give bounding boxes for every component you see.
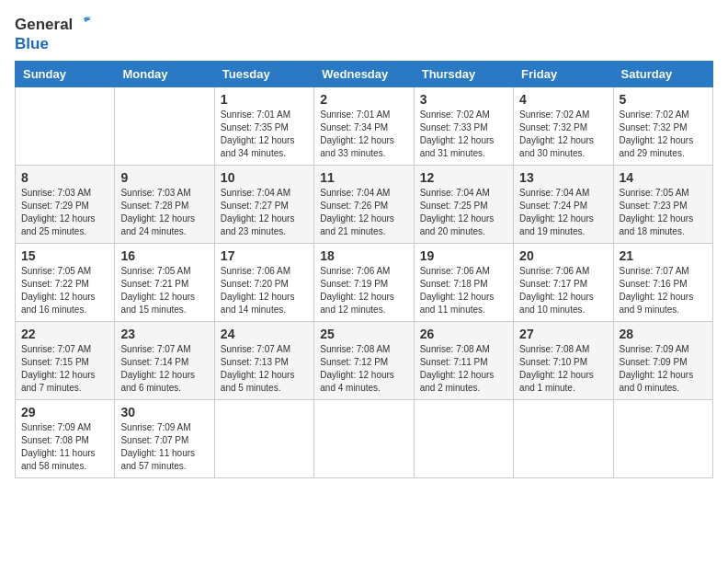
calendar-week-3: 15 Sunrise: 7:05 AMSunset: 7:22 PMDaylig…: [16, 244, 713, 322]
day-number: 25: [320, 327, 407, 341]
page-header: General Blue: [15, 15, 713, 53]
day-info: Sunrise: 7:04 AMSunset: 7:26 PMDaylight:…: [320, 187, 407, 238]
day-number: 17: [221, 248, 308, 263]
day-number: 8: [21, 170, 108, 185]
calendar-week-1: 1 Sunrise: 7:01 AMSunset: 7:35 PMDayligh…: [16, 87, 713, 166]
day-info: Sunrise: 7:03 AMSunset: 7:29 PMDaylight:…: [21, 187, 108, 238]
day-cell-21: 21 Sunrise: 7:07 AMSunset: 7:16 PMDaylig…: [613, 244, 712, 322]
day-cell-16: 16 Sunrise: 7:05 AMSunset: 7:21 PMDaylig…: [115, 244, 214, 322]
day-info: Sunrise: 7:06 AMSunset: 7:17 PMDaylight:…: [519, 265, 607, 316]
day-cell-9: 9 Sunrise: 7:03 AMSunset: 7:28 PMDayligh…: [115, 166, 214, 244]
day-number: 10: [221, 170, 308, 185]
day-info: Sunrise: 7:07 AMSunset: 7:14 PMDaylight:…: [120, 343, 208, 395]
day-number: 27: [519, 327, 607, 341]
logo-bird-icon: [74, 15, 93, 35]
day-info: Sunrise: 7:08 AMSunset: 7:12 PMDaylight:…: [320, 343, 407, 395]
day-number: 29: [21, 405, 108, 419]
day-number: 1: [221, 92, 308, 107]
day-info: Sunrise: 7:09 AMSunset: 7:07 PMDaylight:…: [120, 421, 208, 473]
day-cell-15: 15 Sunrise: 7:05 AMSunset: 7:22 PMDaylig…: [16, 244, 115, 322]
calendar-table: SundayMondayTuesdayWednesdayThursdayFrid…: [15, 61, 713, 478]
empty-cell: [414, 400, 513, 478]
day-info: Sunrise: 7:04 AMSunset: 7:27 PMDaylight:…: [221, 187, 308, 238]
empty-cell: [314, 400, 414, 478]
day-number: 20: [519, 248, 607, 263]
day-number: 13: [519, 170, 607, 185]
day-number: 4: [519, 92, 607, 107]
day-number: 14: [620, 170, 707, 185]
day-cell-2: 2 Sunrise: 7:01 AMSunset: 7:34 PMDayligh…: [314, 87, 414, 166]
day-number: 21: [620, 248, 707, 263]
logo: General Blue: [15, 15, 93, 53]
day-number: 2: [320, 92, 407, 107]
day-cell-14: 14 Sunrise: 7:05 AMSunset: 7:23 PMDaylig…: [613, 166, 712, 244]
col-header-thursday: Thursday: [414, 62, 513, 87]
day-cell-8: 8 Sunrise: 7:03 AMSunset: 7:29 PMDayligh…: [16, 166, 115, 244]
day-cell-19: 19 Sunrise: 7:06 AMSunset: 7:18 PMDaylig…: [414, 244, 513, 322]
day-info: Sunrise: 7:08 AMSunset: 7:10 PMDaylight:…: [519, 343, 607, 395]
day-number: 16: [120, 248, 208, 263]
day-info: Sunrise: 7:09 AMSunset: 7:08 PMDaylight:…: [21, 421, 108, 473]
day-number: 11: [320, 170, 407, 185]
day-cell-22: 22 Sunrise: 7:07 AMSunset: 7:15 PMDaylig…: [16, 322, 115, 400]
day-cell-11: 11 Sunrise: 7:04 AMSunset: 7:26 PMDaylig…: [314, 166, 414, 244]
day-cell-5: 5 Sunrise: 7:02 AMSunset: 7:32 PMDayligh…: [613, 87, 712, 166]
day-info: Sunrise: 7:07 AMSunset: 7:16 PMDaylight:…: [620, 265, 707, 316]
calendar-week-2: 8 Sunrise: 7:03 AMSunset: 7:29 PMDayligh…: [16, 166, 713, 244]
day-info: Sunrise: 7:04 AMSunset: 7:24 PMDaylight:…: [519, 187, 607, 238]
day-number: 22: [21, 327, 108, 341]
day-info: Sunrise: 7:05 AMSunset: 7:21 PMDaylight:…: [120, 265, 208, 316]
day-number: 19: [420, 248, 507, 263]
day-number: 23: [120, 327, 208, 341]
day-number: 12: [420, 170, 507, 185]
empty-cell: [214, 400, 313, 478]
day-cell-26: 26 Sunrise: 7:08 AMSunset: 7:11 PMDaylig…: [414, 322, 513, 400]
day-cell-27: 27 Sunrise: 7:08 AMSunset: 7:10 PMDaylig…: [514, 322, 613, 400]
day-info: Sunrise: 7:07 AMSunset: 7:15 PMDaylight:…: [21, 343, 108, 395]
day-info: Sunrise: 7:06 AMSunset: 7:19 PMDaylight:…: [320, 265, 407, 316]
day-cell-3: 3 Sunrise: 7:02 AMSunset: 7:33 PMDayligh…: [414, 87, 513, 166]
calendar-week-5: 29 Sunrise: 7:09 AMSunset: 7:08 PMDaylig…: [16, 400, 713, 478]
col-header-monday: Monday: [115, 62, 214, 87]
day-info: Sunrise: 7:05 AMSunset: 7:22 PMDaylight:…: [21, 265, 108, 316]
col-header-tuesday: Tuesday: [214, 62, 313, 87]
logo-text-blue: Blue: [15, 35, 49, 53]
day-info: Sunrise: 7:04 AMSunset: 7:25 PMDaylight:…: [420, 187, 507, 238]
col-header-sunday: Sunday: [16, 62, 115, 87]
day-number: 24: [221, 327, 308, 341]
day-info: Sunrise: 7:01 AMSunset: 7:34 PMDaylight:…: [320, 109, 407, 160]
col-header-wednesday: Wednesday: [314, 62, 414, 87]
day-cell-1: 1 Sunrise: 7:01 AMSunset: 7:35 PMDayligh…: [214, 87, 313, 166]
day-info: Sunrise: 7:02 AMSunset: 7:33 PMDaylight:…: [420, 109, 507, 160]
day-cell-18: 18 Sunrise: 7:06 AMSunset: 7:19 PMDaylig…: [314, 244, 414, 322]
calendar-week-4: 22 Sunrise: 7:07 AMSunset: 7:15 PMDaylig…: [16, 322, 713, 400]
logo-text-general: General: [15, 16, 73, 34]
day-cell-24: 24 Sunrise: 7:07 AMSunset: 7:13 PMDaylig…: [214, 322, 313, 400]
day-info: Sunrise: 7:03 AMSunset: 7:28 PMDaylight:…: [120, 187, 208, 238]
col-header-saturday: Saturday: [613, 62, 712, 87]
day-number: 3: [420, 92, 507, 107]
day-cell-20: 20 Sunrise: 7:06 AMSunset: 7:17 PMDaylig…: [514, 244, 613, 322]
day-cell-13: 13 Sunrise: 7:04 AMSunset: 7:24 PMDaylig…: [514, 166, 613, 244]
day-number: 26: [420, 327, 507, 341]
day-number: 9: [120, 170, 208, 185]
day-info: Sunrise: 7:05 AMSunset: 7:23 PMDaylight:…: [620, 187, 707, 238]
empty-cell: [16, 87, 115, 166]
day-number: 30: [120, 405, 208, 419]
day-info: Sunrise: 7:07 AMSunset: 7:13 PMDaylight:…: [221, 343, 308, 395]
day-cell-12: 12 Sunrise: 7:04 AMSunset: 7:25 PMDaylig…: [414, 166, 513, 244]
day-cell-28: 28 Sunrise: 7:09 AMSunset: 7:09 PMDaylig…: [613, 322, 712, 400]
day-cell-25: 25 Sunrise: 7:08 AMSunset: 7:12 PMDaylig…: [314, 322, 414, 400]
day-cell-10: 10 Sunrise: 7:04 AMSunset: 7:27 PMDaylig…: [214, 166, 313, 244]
day-info: Sunrise: 7:01 AMSunset: 7:35 PMDaylight:…: [221, 109, 308, 160]
day-number: 18: [320, 248, 407, 263]
day-info: Sunrise: 7:06 AMSunset: 7:18 PMDaylight:…: [420, 265, 507, 316]
day-cell-29: 29 Sunrise: 7:09 AMSunset: 7:08 PMDaylig…: [16, 400, 115, 478]
day-number: 28: [620, 327, 707, 341]
day-info: Sunrise: 7:02 AMSunset: 7:32 PMDaylight:…: [519, 109, 607, 160]
day-info: Sunrise: 7:09 AMSunset: 7:09 PMDaylight:…: [620, 343, 707, 395]
day-info: Sunrise: 7:02 AMSunset: 7:32 PMDaylight:…: [620, 109, 707, 160]
calendar-header-row: SundayMondayTuesdayWednesdayThursdayFrid…: [16, 62, 713, 87]
day-cell-4: 4 Sunrise: 7:02 AMSunset: 7:32 PMDayligh…: [514, 87, 613, 166]
day-cell-23: 23 Sunrise: 7:07 AMSunset: 7:14 PMDaylig…: [115, 322, 214, 400]
